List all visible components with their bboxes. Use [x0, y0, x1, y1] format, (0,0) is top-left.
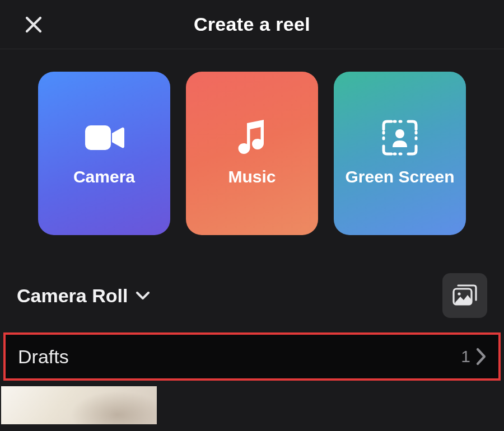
- drafts-label: Drafts: [18, 346, 69, 368]
- source-section: Camera Roll: [0, 257, 504, 328]
- svg-point-7: [458, 292, 460, 295]
- drafts-right: 1: [461, 347, 487, 366]
- drafts-count: 1: [461, 347, 470, 366]
- green-screen-card[interactable]: Green Screen: [334, 72, 466, 235]
- page-title: Create a reel: [21, 13, 483, 35]
- drafts-row[interactable]: Drafts 1: [3, 332, 501, 381]
- close-button[interactable]: [21, 12, 46, 37]
- media-thumbnail-strip: [0, 386, 504, 424]
- music-card-label: Music: [228, 167, 276, 186]
- svg-rect-0: [85, 125, 111, 150]
- gallery-icon: [452, 284, 477, 307]
- camera-icon: [84, 120, 124, 155]
- camera-card[interactable]: Camera: [38, 72, 170, 235]
- close-icon: [24, 15, 43, 34]
- create-options-row: Camera Music Green Screen: [0, 49, 504, 257]
- svg-point-5: [395, 129, 404, 138]
- chevron-down-icon: [136, 291, 150, 301]
- source-selector[interactable]: Camera Roll: [17, 285, 150, 307]
- source-label: Camera Roll: [17, 285, 128, 307]
- green-screen-icon: [380, 120, 419, 155]
- music-icon: [236, 120, 268, 155]
- chevron-right-icon: [475, 347, 487, 366]
- media-thumbnail[interactable]: [1, 386, 157, 424]
- music-card[interactable]: Music: [186, 72, 318, 235]
- gallery-multi-select-button[interactable]: [442, 273, 487, 318]
- green-screen-card-label: Green Screen: [345, 167, 454, 186]
- camera-card-label: Camera: [73, 167, 135, 186]
- header: Create a reel: [0, 0, 504, 49]
